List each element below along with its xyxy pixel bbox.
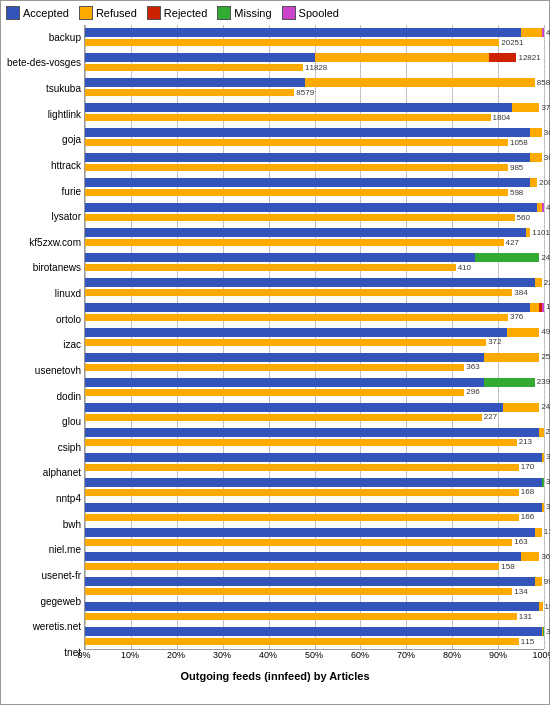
bar-label1-furie: 20897	[537, 179, 550, 187]
bar-label1-lysator: 43422	[544, 204, 550, 212]
bar-segment-glou-accepted	[85, 403, 503, 412]
legend-label-spooled: Spooled	[299, 7, 339, 19]
bar-label1-ortolo: 13466	[544, 303, 550, 311]
bar-row-csiph: 23493213	[85, 424, 544, 449]
bar-row-nntp4: 36171168	[85, 474, 544, 499]
bar-label2-csiph: 213	[517, 438, 532, 446]
bar-segment2-bete-des-vosges	[85, 64, 303, 71]
bar-line-ortolo-0: 13466	[85, 303, 544, 312]
bar-segment-dodin-missing	[484, 378, 534, 387]
bar-label1-linuxd: 22499	[542, 279, 550, 287]
y-label-csiph: csiph	[6, 443, 81, 453]
bar-segment2-furie	[85, 189, 508, 196]
bar-label1-bwh: 37070	[544, 503, 550, 511]
bar-label2-nntp4: 168	[519, 488, 534, 496]
legend-item-missing: Missing	[217, 6, 271, 20]
bar-line-lysator-0: 43422	[85, 203, 544, 212]
bar-label2-kf5zxw.com: 427	[504, 239, 519, 247]
bar-line2-glou: 227	[85, 414, 544, 421]
y-label-tnet: tnet	[6, 648, 81, 658]
bar-label2-backup: 20251	[499, 39, 523, 47]
bar-label2-lysator: 560	[515, 214, 530, 222]
bar-segment-izac-accepted	[85, 328, 507, 337]
bar-line2-tnet: 115	[85, 638, 544, 645]
bar-segment2-weretis.net	[85, 613, 517, 620]
bar-row-ortolo: 13466376	[85, 299, 544, 324]
legend: AcceptedRefusedRejectedMissingSpooled	[6, 6, 544, 20]
bar-segment-goja-accepted	[85, 128, 530, 137]
bar-line2-lysator: 560	[85, 214, 544, 221]
y-label-backup: backup	[6, 33, 81, 43]
bar-line-tsukuba-0: 8581	[85, 78, 544, 87]
bar-label2-gegeweb: 134	[512, 588, 527, 596]
bar-label2-tsukuba: 8579	[294, 89, 314, 97]
legend-label-accepted: Accepted	[23, 7, 69, 19]
x-tick-100%: 100%	[532, 650, 550, 660]
bar-rows-container: 4552520251128211182885818579370021804362…	[85, 25, 544, 649]
bar-segment2-usenet-fr	[85, 563, 499, 570]
bar-segment2-birotanews	[85, 264, 456, 271]
bar-label1-weretis.net: 19037	[543, 603, 550, 611]
legend-label-missing: Missing	[234, 7, 271, 19]
y-label-furie: furie	[6, 187, 81, 197]
legend-label-rejected: Rejected	[164, 7, 207, 19]
bar-label1-usenetovh: 2515	[539, 353, 550, 361]
legend-color-refused	[79, 6, 93, 20]
bar-label1-kf5zxw.com: 11018	[530, 229, 550, 237]
bar-segment-furie-refused	[530, 178, 537, 187]
legend-item-rejected: Rejected	[147, 6, 207, 20]
y-label-linuxd: linuxd	[6, 289, 81, 299]
legend-color-rejected	[147, 6, 161, 20]
bar-segment2-dodin	[85, 389, 464, 396]
bar-label1-bete-des-vosges: 12821	[516, 54, 540, 62]
bar-label2-alphanet: 170	[519, 463, 534, 471]
bar-label2-furie: 598	[508, 189, 523, 197]
y-label-tsukuba: tsukuba	[6, 84, 81, 94]
bar-row-furie: 20897598	[85, 175, 544, 200]
bar-segment-bete-des-vosges-refused	[315, 53, 489, 62]
bar-segment-lightlink-refused	[512, 103, 540, 112]
x-tick-30%: 30%	[213, 650, 231, 660]
bar-line2-dodin: 296	[85, 389, 544, 396]
bar-line-bete-des-vosges-0: 12821	[85, 53, 544, 62]
bar-line-lightlink-0: 37002	[85, 103, 544, 112]
x-tick-90%: 90%	[489, 650, 507, 660]
bar-label2-bwh: 166	[519, 513, 534, 521]
y-label-httrack: httrack	[6, 161, 81, 171]
bar-row-tnet: 37051115	[85, 624, 544, 649]
x-tick-60%: 60%	[351, 650, 369, 660]
bar-label2-weretis.net: 131	[517, 613, 532, 621]
bar-line-glou-0: 2470	[85, 403, 544, 412]
y-label-goja: goja	[6, 135, 81, 145]
bar-segment2-gegeweb	[85, 588, 512, 595]
bar-label2-izac: 372	[486, 338, 501, 346]
y-label-gegeweb: gegeweb	[6, 597, 81, 607]
bar-line-furie-0: 20897	[85, 178, 544, 187]
bar-label2-usenet-fr: 158	[499, 563, 514, 571]
y-label-niel.me: niel.me	[6, 545, 81, 555]
bar-row-linuxd: 22499384	[85, 275, 544, 300]
bar-line2-goja: 1058	[85, 139, 544, 146]
bar-segment-ortolo-refused	[530, 303, 539, 312]
bar-segment-csiph-accepted	[85, 428, 539, 437]
bar-line-usenet-fr-0: 3697	[85, 552, 544, 561]
y-label-birotanews: birotanews	[6, 263, 81, 273]
y-label-alphanet: alphanet	[6, 468, 81, 478]
bar-segment2-kf5zxw.com	[85, 239, 504, 246]
bar-line2-bete-des-vosges: 11828	[85, 64, 544, 71]
bar-segment-gegeweb-accepted	[85, 577, 535, 586]
bar-line-backup-0: 45525	[85, 28, 544, 37]
y-label-usenet-fr: usenet-fr	[6, 571, 81, 581]
bar-segment-dodin-accepted	[85, 378, 484, 387]
bar-segment2-goja	[85, 139, 508, 146]
bar-line-usenetovh-0: 2515	[85, 353, 544, 362]
bar-line2-bwh: 166	[85, 514, 544, 521]
bar-row-kf5zxw.com: 11018427	[85, 225, 544, 250]
y-label-glou: glou	[6, 417, 81, 427]
bar-line-httrack-0: 36812	[85, 153, 544, 162]
bar-label1-birotanews: 2496	[539, 254, 550, 262]
bar-segment-weretis.net-accepted	[85, 602, 539, 611]
bar-segment2-glou	[85, 414, 482, 421]
x-tick-40%: 40%	[259, 650, 277, 660]
bar-line2-linuxd: 384	[85, 289, 544, 296]
